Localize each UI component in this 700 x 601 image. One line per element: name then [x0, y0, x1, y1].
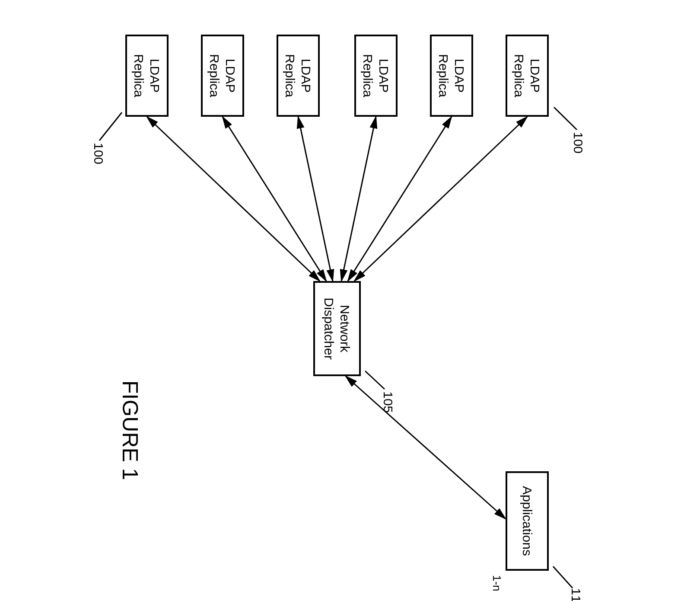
svg-line-6: [223, 117, 326, 281]
ldap-label-line2: Replica: [207, 54, 223, 97]
callout-applications: 110: [569, 588, 583, 601]
ldap-replica-box: LDAP Replica: [430, 35, 473, 117]
svg-line-7: [147, 117, 320, 281]
ldap-label-line2: Replica: [282, 54, 299, 97]
svg-line-9: [554, 107, 577, 130]
ldap-label-line2: Replica: [436, 54, 452, 97]
svg-line-4: [341, 117, 376, 281]
diagram-canvas: LDAP Replica LDAP Replica LDAP Replica L…: [0, 0, 601, 601]
ldap-label-line1: LDAP: [147, 59, 163, 93]
svg-line-3: [348, 117, 452, 281]
svg-line-11: [553, 566, 573, 588]
ldap-label-line2: Replica: [360, 54, 376, 97]
applications-count-note: 1-n: [490, 575, 503, 591]
svg-line-12: [99, 112, 122, 141]
dispatcher-label-line1: Network: [337, 305, 353, 352]
ldap-replica-box: LDAP Replica: [201, 35, 244, 117]
ldap-replica-box: LDAP Replica: [506, 35, 549, 117]
svg-line-10: [365, 371, 385, 389]
callout-ldap-top: 100: [571, 132, 585, 153]
ldap-replica-box: LDAP Replica: [125, 35, 169, 117]
ldap-label-line1: LDAP: [527, 59, 544, 93]
ldap-label-line1: LDAP: [452, 59, 468, 93]
applications-box: Applications: [506, 471, 549, 571]
ldap-replica-box: LDAP Replica: [354, 35, 398, 117]
ldap-label-line1: LDAP: [298, 59, 315, 93]
ldap-label-line2: Replica: [511, 54, 528, 97]
dispatcher-label-line2: Dispatcher: [321, 297, 337, 359]
callout-ldap-bottom: 100: [91, 143, 106, 164]
ldap-label-line1: LDAP: [223, 59, 239, 93]
svg-line-5: [298, 117, 333, 281]
ldap-label-line2: Replica: [131, 54, 147, 97]
ldap-replica-box: LDAP Replica: [277, 35, 320, 117]
network-dispatcher-box: Network Dispatcher: [313, 281, 361, 376]
svg-line-2: [354, 117, 527, 281]
figure-title: FIGURE 1: [118, 380, 143, 480]
ldap-label-line1: LDAP: [376, 59, 392, 93]
svg-line-8: [346, 376, 506, 519]
callout-dispatcher: 105: [381, 391, 395, 413]
applications-label: Applications: [519, 486, 535, 556]
